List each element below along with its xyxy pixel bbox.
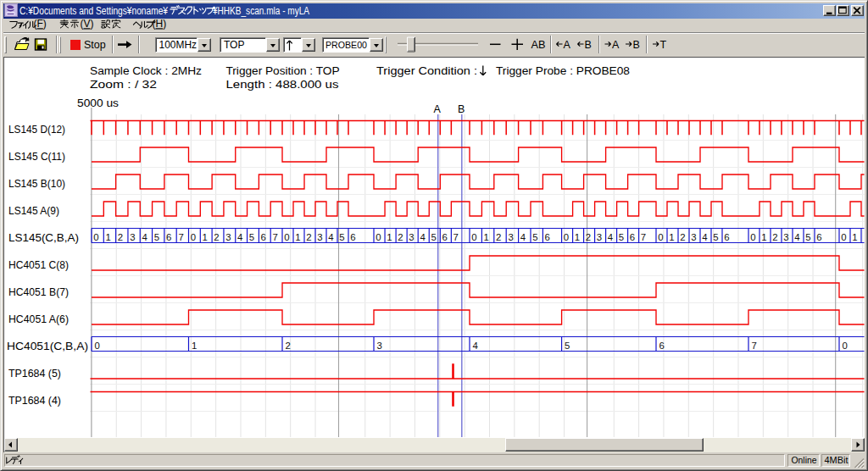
svg-text:Zoom : / 32: Zoom : / 32	[90, 79, 157, 91]
svg-text:6: 6	[350, 232, 355, 242]
svg-text:4: 4	[520, 232, 526, 242]
svg-text:5: 5	[431, 232, 436, 242]
svg-text:4: 4	[702, 232, 707, 242]
svg-text:6: 6	[442, 232, 448, 242]
svg-text:Trigger Condition :: Trigger Condition :	[376, 65, 477, 77]
svg-text:3: 3	[225, 232, 231, 242]
svg-text:1: 1	[203, 232, 208, 242]
svg-text:6: 6	[545, 232, 550, 242]
svg-text:2: 2	[586, 232, 591, 242]
svg-text:100MHz: 100MHz	[159, 39, 198, 51]
svg-text:3: 3	[377, 341, 382, 351]
svg-text:0: 0	[843, 341, 848, 351]
svg-text:1: 1	[295, 232, 300, 242]
svg-text:6: 6	[630, 232, 635, 242]
svg-text:5: 5	[339, 232, 344, 242]
svg-text:6: 6	[724, 232, 729, 242]
svg-text:3: 3	[597, 232, 602, 242]
svg-text:4: 4	[237, 232, 242, 242]
svg-text:7: 7	[752, 341, 757, 351]
svg-text:(V): (V)	[81, 18, 94, 30]
svg-text:LS145(C,B,A): LS145(C,B,A)	[8, 232, 79, 244]
svg-text:6: 6	[166, 232, 171, 242]
svg-text:2: 2	[772, 232, 777, 242]
svg-text:(F): (F)	[34, 18, 47, 30]
svg-text:2: 2	[680, 232, 685, 242]
svg-text:A: A	[434, 103, 442, 115]
svg-text:4MBit: 4MBit	[825, 455, 849, 465]
svg-text:HC4051 C(8): HC4051 C(8)	[8, 259, 69, 271]
svg-text:4: 4	[420, 232, 425, 242]
svg-text:0: 0	[93, 232, 98, 242]
svg-text:7: 7	[641, 232, 646, 242]
svg-text:0: 0	[750, 232, 755, 242]
svg-text:Stop: Stop	[84, 39, 106, 51]
svg-text:6: 6	[659, 341, 665, 351]
svg-text:4: 4	[142, 232, 147, 242]
svg-text:¥HHKB_scan.mla - myLA: ¥HHKB_scan.mla - myLA	[212, 5, 309, 17]
svg-text:1: 1	[761, 232, 766, 242]
svg-text:0: 0	[841, 232, 846, 242]
svg-text:3: 3	[409, 232, 414, 242]
svg-text:0: 0	[95, 341, 100, 351]
svg-text:LS145 C(11): LS145 C(11)	[8, 151, 65, 163]
svg-text:1: 1	[669, 232, 674, 242]
svg-text:0: 0	[564, 232, 569, 242]
svg-text:4: 4	[794, 232, 799, 242]
svg-text:2: 2	[306, 232, 311, 242]
svg-text:LS145 D(12): LS145 D(12)	[8, 124, 65, 136]
svg-text:1: 1	[106, 232, 111, 242]
svg-text:A: A	[612, 39, 620, 51]
svg-text:1: 1	[575, 232, 580, 242]
svg-text:1: 1	[387, 232, 392, 242]
svg-text:1: 1	[192, 341, 197, 351]
svg-text:1: 1	[852, 232, 857, 242]
svg-text:5: 5	[532, 232, 537, 242]
svg-text:0: 0	[376, 232, 381, 242]
svg-text:TP1684 (4): TP1684 (4)	[8, 395, 61, 407]
svg-text:(H): (H)	[153, 18, 167, 30]
svg-text:Sample Clock : 2MHz: Sample Clock : 2MHz	[90, 65, 202, 77]
svg-text:B: B	[458, 103, 465, 115]
svg-text:5000 us: 5000 us	[77, 97, 119, 109]
svg-text:Online: Online	[792, 455, 817, 465]
svg-text:2: 2	[286, 341, 291, 351]
svg-text:5: 5	[713, 232, 718, 242]
svg-text:3: 3	[130, 232, 135, 242]
svg-text:4: 4	[473, 341, 478, 351]
svg-text:3: 3	[783, 232, 788, 242]
svg-text:TOP: TOP	[224, 39, 244, 51]
svg-text:T: T	[660, 39, 667, 51]
svg-text:0: 0	[658, 232, 663, 242]
svg-text:3: 3	[317, 232, 322, 242]
svg-text:4: 4	[608, 232, 613, 242]
svg-text:5: 5	[154, 232, 159, 242]
svg-text:2: 2	[496, 232, 501, 242]
svg-text:LS145 B(10): LS145 B(10)	[8, 178, 65, 190]
svg-text:Trigger Probe : PROBE08: Trigger Probe : PROBE08	[496, 65, 630, 77]
svg-text:7: 7	[453, 232, 459, 242]
svg-text:Trigger Position : TOP: Trigger Position : TOP	[226, 65, 340, 77]
svg-text:C:¥Documents and Settings¥nona: C:¥Documents and Settings¥noname¥	[19, 5, 168, 17]
svg-text:B: B	[585, 39, 592, 51]
svg-text:0: 0	[191, 232, 196, 242]
svg-text:1: 1	[484, 232, 489, 242]
svg-text:HC4051 B(7): HC4051 B(7)	[8, 286, 69, 298]
svg-text:0: 0	[471, 232, 476, 242]
svg-text:5: 5	[805, 232, 810, 242]
svg-text:7: 7	[272, 232, 277, 242]
svg-text:AB: AB	[531, 39, 546, 51]
svg-text:6: 6	[261, 232, 266, 242]
svg-text:TP1684 (5): TP1684 (5)	[8, 368, 61, 380]
svg-text:0: 0	[284, 232, 289, 242]
svg-text:3: 3	[508, 232, 513, 242]
svg-text:HC4051(C,B,A): HC4051(C,B,A)	[7, 341, 88, 352]
svg-text:HC4051 A(6): HC4051 A(6)	[8, 313, 69, 325]
svg-text:PROBE00: PROBE00	[326, 40, 367, 50]
svg-text:LS145 A(9): LS145 A(9)	[8, 205, 59, 217]
svg-text:6: 6	[816, 232, 821, 242]
svg-text:3: 3	[691, 232, 696, 242]
svg-text:2: 2	[214, 232, 219, 242]
svg-text:5: 5	[619, 232, 624, 242]
svg-text:A: A	[564, 39, 571, 51]
